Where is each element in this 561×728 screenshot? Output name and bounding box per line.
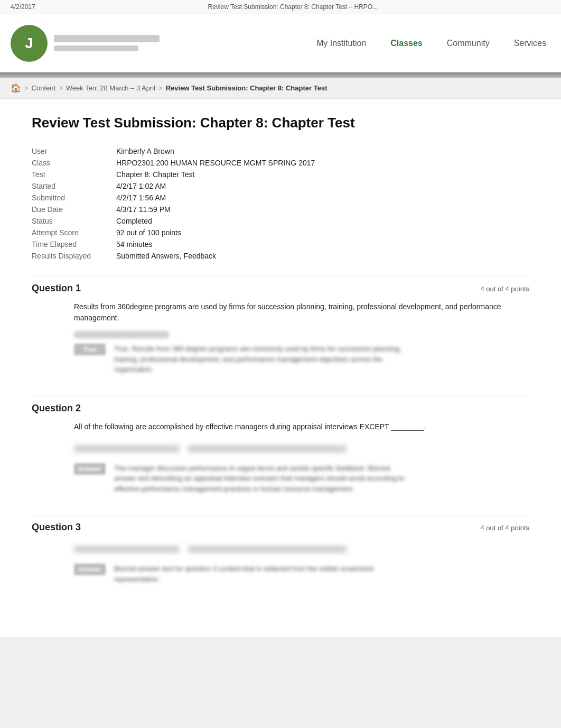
- question-1-answers: True True. Results from 360 degree progr…: [74, 331, 529, 375]
- main-nav: My Institution Classes Community Service…: [312, 36, 550, 50]
- question-1-points: 4 out of 4 points: [480, 285, 529, 293]
- info-row-user: User Kimberly A Brown: [32, 147, 529, 155]
- question-3-block: Question 3 4 out of 4 points Answer Blur…: [32, 515, 529, 584]
- attempt-score-label: Attempt Score: [32, 228, 116, 237]
- question-3-header: Question 3 4 out of 4 points: [32, 515, 529, 533]
- answer-badge: True: [74, 344, 106, 355]
- user-value: Kimberly A Brown: [116, 147, 174, 155]
- user-label: User: [32, 147, 116, 155]
- breadcrumb: 🏠 > Content > Week Ten: 28 March – 3 Apr…: [0, 78, 561, 99]
- class-value: HRPO2301.200 HUMAN RESOURCE MGMT SPRING …: [116, 159, 315, 167]
- logo-icon: J: [11, 25, 48, 62]
- submitted-value: 4/2/17 1:56 AM: [116, 193, 166, 202]
- info-row-submitted: Submitted 4/2/17 1:56 AM: [32, 193, 529, 202]
- question-2-text: All of the following are accomplished by…: [74, 421, 529, 432]
- submission-info-table: User Kimberly A Brown Class HRPO2301.200…: [32, 147, 529, 260]
- question-1-body: Results from 360degree programs are used…: [74, 301, 529, 375]
- question-2-body: All of the following are accomplished by…: [74, 421, 529, 494]
- info-row-time-elapsed: Time Elapsed 54 minutes: [32, 240, 529, 248]
- info-row-attempt-score: Attempt Score 92 out of 100 points: [32, 228, 529, 237]
- info-row-class: Class HRPO2301.200 HUMAN RESOURCE MGMT S…: [32, 159, 529, 167]
- question-1-block: Question 1 4 out of 4 points Results fro…: [32, 276, 529, 375]
- question-3-points: 4 out of 4 points: [480, 524, 529, 532]
- question-2-answer-row: Answer The manager discusses performance…: [74, 463, 529, 494]
- due-date-value: 4/3/17 11:59 PM: [116, 205, 171, 214]
- question-1-header: Question 1 4 out of 4 points: [32, 276, 529, 294]
- question-2-title: Question 2: [32, 403, 81, 414]
- main-content: Review Test Submission: Chapter 8: Chapt…: [0, 99, 561, 637]
- submitted-label: Submitted: [32, 193, 116, 202]
- question-1-title: Question 1: [32, 283, 81, 294]
- breadcrumb-current: Review Test Submission: Chapter 8: Chapt…: [166, 84, 328, 92]
- question-3-title: Question 3: [32, 522, 81, 533]
- question-1-text: Results from 360degree programs are used…: [74, 301, 529, 324]
- top-nav-bar: J My Institution Classes Community Servi…: [0, 14, 561, 72]
- page-heading: Review Test Submission: Chapter 8: Chapt…: [32, 115, 529, 131]
- status-label: Status: [32, 217, 116, 225]
- answer-3-text: Blurred answer text for question 3 conte…: [114, 564, 405, 584]
- institution-name-line1: [54, 35, 160, 42]
- nav-my-institution[interactable]: My Institution: [312, 36, 370, 50]
- answer-2-badge: Answer: [74, 463, 106, 475]
- class-label: Class: [32, 159, 116, 167]
- info-row-status: Status Completed: [32, 217, 529, 225]
- info-row-test: Test Chapter 8: Chapter Test: [32, 170, 529, 179]
- gradient-divider: [0, 72, 561, 78]
- info-row-started: Started 4/2/17 1:02 AM: [32, 182, 529, 190]
- question-2-answers: Answer The manager discusses performance…: [74, 440, 529, 494]
- question-2-header: Question 2: [32, 396, 529, 414]
- nav-classes[interactable]: Classes: [386, 36, 427, 50]
- answer-3-badge: Answer: [74, 564, 106, 575]
- question-3-body: Answer Blurred answer text for question …: [74, 540, 529, 584]
- breadcrumb-week[interactable]: Week Ten: 28 March – 3 April: [66, 84, 155, 92]
- nav-services[interactable]: Services: [510, 36, 550, 50]
- home-icon[interactable]: 🏠: [11, 83, 21, 93]
- due-date-label: Due Date: [32, 205, 116, 214]
- attempt-score-value: 92 out of 100 points: [116, 228, 181, 237]
- nav-community[interactable]: Community: [443, 36, 494, 50]
- results-displayed-label: Results Displayed: [32, 252, 116, 260]
- question-2-block: Question 2 All of the following are acco…: [32, 396, 529, 494]
- status-value: Completed: [116, 217, 152, 225]
- test-label: Test: [32, 170, 116, 179]
- browser-date: 4/2/2017: [11, 3, 35, 11]
- question-1-answer-row: True True. Results from 360 degree progr…: [74, 344, 529, 375]
- started-label: Started: [32, 182, 116, 190]
- browser-tab-title: Review Test Submission: Chapter 8: Chapt…: [208, 3, 378, 11]
- breadcrumb-content[interactable]: Content: [32, 84, 56, 92]
- time-elapsed-label: Time Elapsed: [32, 240, 116, 248]
- institution-name-line2: [54, 45, 138, 51]
- answer-text: True. Results from 360 degree programs a…: [114, 344, 405, 375]
- question-3-answer-row: Answer Blurred answer text for question …: [74, 564, 529, 584]
- question-3-answers: Answer Blurred answer text for question …: [74, 540, 529, 584]
- time-elapsed-value: 54 minutes: [116, 240, 152, 248]
- results-displayed-value: Submitted Answers, Feedback: [116, 252, 216, 260]
- logo-area: J: [11, 25, 160, 62]
- info-row-due-date: Due Date 4/3/17 11:59 PM: [32, 205, 529, 214]
- test-value: Chapter 8: Chapter Test: [116, 170, 194, 179]
- institution-name-block: [54, 35, 160, 51]
- answer-2-text: The manager discusses performance in vag…: [114, 463, 405, 494]
- started-value: 4/2/17 1:02 AM: [116, 182, 166, 190]
- info-row-results-displayed: Results Displayed Submitted Answers, Fee…: [32, 252, 529, 260]
